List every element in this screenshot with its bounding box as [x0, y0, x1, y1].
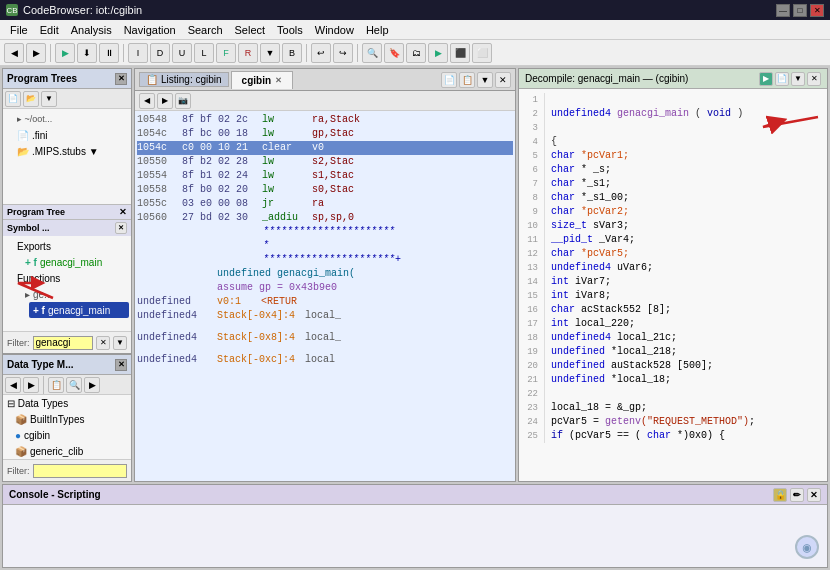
dc-line-11: 11 __pid_t _Var4; — [523, 233, 823, 247]
decompile-tb3[interactable]: ▼ — [791, 72, 805, 86]
pt-tb-btn3[interactable]: ▼ — [41, 91, 57, 107]
dc-line-1: 1 — [523, 93, 823, 107]
code-line-ret: undefined v0:1 <RETUR — [137, 295, 513, 309]
console-close[interactable]: ✕ — [807, 488, 821, 502]
tb-run2[interactable]: ▶ — [428, 43, 448, 63]
tree-item-mips-stubs[interactable]: 📂 .MIPS.stubs ▼ — [13, 143, 129, 159]
tb-nav[interactable]: 🗂 — [406, 43, 426, 63]
data-type-panel: Data Type M... ✕ ◀ ▶ 📋 🔍 ▶ ⊟ Data Types … — [3, 353, 131, 481]
listing-tab-cgibin[interactable]: cgibin ✕ — [231, 71, 293, 89]
symbol-close[interactable]: ✕ — [115, 222, 127, 234]
dc-line-24: 24 pcVar5 = getenv("REQUEST_METHOD"); — [523, 415, 823, 429]
menu-search[interactable]: Search — [182, 22, 229, 38]
filter-input[interactable] — [33, 336, 94, 350]
dt-data-types[interactable]: ⊟ Data Types — [3, 395, 131, 411]
listing-tab-close[interactable]: ✕ — [275, 76, 282, 85]
minimize-button[interactable]: — — [776, 4, 790, 17]
tb-bookmark[interactable]: 🔖 — [384, 43, 404, 63]
menu-tools[interactable]: Tools — [271, 22, 309, 38]
tb-d[interactable]: D — [150, 43, 170, 63]
dt-filter-input[interactable] — [33, 464, 128, 478]
pause-button[interactable]: ⏸ — [99, 43, 119, 63]
minus-icon: ▸ — [25, 289, 30, 300]
menu-window[interactable]: Window — [309, 22, 360, 38]
tb-f[interactable]: F — [216, 43, 236, 63]
console-edit[interactable]: ✏ — [790, 488, 804, 502]
tree-item-fini[interactable]: 📄 .fini — [13, 127, 129, 143]
close-button[interactable]: ✕ — [810, 4, 824, 17]
program-trees-close[interactable]: ✕ — [115, 73, 127, 85]
run-button[interactable]: ▶ — [55, 43, 75, 63]
data-type-header: Data Type M... ✕ — [3, 355, 131, 375]
tree-genacgi-main[interactable]: + f genacgi_main — [29, 302, 129, 318]
program-tree-section: Program Tree ✕ — [3, 204, 131, 219]
listing-tb-3[interactable]: ▼ — [477, 72, 493, 88]
tree-genacgi-export[interactable]: + f genacgi_main — [21, 254, 129, 270]
forward-button[interactable]: ▶ — [26, 43, 46, 63]
menu-analysis[interactable]: Analysis — [65, 22, 118, 38]
tb-l[interactable]: L — [194, 43, 214, 63]
tb-r[interactable]: R — [238, 43, 258, 63]
step-button[interactable]: ⬇ — [77, 43, 97, 63]
menu-navigation[interactable]: Navigation — [118, 22, 182, 38]
listing-tb-2[interactable]: 📋 — [459, 72, 475, 88]
code-line: 10558 8f b0 02 20 lw s0,Stac — [137, 183, 513, 197]
back-button[interactable]: ◀ — [4, 43, 24, 63]
tb-search[interactable]: 🔍 — [362, 43, 382, 63]
listing-tb-1[interactable]: 📄 — [441, 72, 457, 88]
tb-layout[interactable]: ⬜ — [472, 43, 492, 63]
decompile-tb1[interactable]: ▶ — [759, 72, 773, 86]
tb-rv[interactable]: ▼ — [260, 43, 280, 63]
tree-item-root[interactable]: ▸ ~/oot... — [13, 111, 129, 127]
dc-line-2: 2 undefined4 genacgi_main ( void ) — [523, 107, 823, 121]
dt-btn3[interactable]: 📋 — [48, 377, 64, 393]
filter-options[interactable]: ▼ — [113, 336, 127, 350]
listing-panel: 📋 Listing: cgibin cgibin ✕ 📄 📋 ▼ ✕ ◀ ▶ 📷… — [134, 68, 516, 482]
title-bar: CB CodeBrowser: iot:/cgibin — □ ✕ — [0, 0, 830, 20]
tree-exports[interactable]: Exports — [13, 238, 129, 254]
filter-clear[interactable]: ✕ — [96, 336, 110, 350]
dt-cgibin[interactable]: ● cgibin — [11, 427, 131, 443]
dc-line-8: 8 char *_s1_00; — [523, 191, 823, 205]
pt-tb-btn1[interactable]: 📄 — [5, 91, 21, 107]
tb-i[interactable]: I — [128, 43, 148, 63]
dt-btn5[interactable]: ▶ — [84, 377, 100, 393]
tb-b[interactable]: B — [282, 43, 302, 63]
code-assume: assume gp = 0x43b9e0 — [137, 281, 513, 295]
lt-btn2[interactable]: ▶ — [157, 93, 173, 109]
tree-functions[interactable]: Functions — [13, 270, 129, 286]
dc-line-19: 19 undefined *local_218; — [523, 345, 823, 359]
menu-help[interactable]: Help — [360, 22, 395, 38]
dt-btn1[interactable]: ◀ — [5, 377, 21, 393]
lt-snapshot[interactable]: 📷 — [175, 93, 191, 109]
tree-ge-folder[interactable]: ▸ ge... — [21, 286, 129, 302]
tb-undo[interactable]: ↩ — [311, 43, 331, 63]
dc-line-3: 3 — [523, 121, 823, 135]
decompile-close[interactable]: ✕ — [807, 72, 821, 86]
tb-redo[interactable]: ↪ — [333, 43, 353, 63]
listing-close[interactable]: ✕ — [495, 72, 511, 88]
app-icon: CB — [6, 4, 18, 16]
dt-generic[interactable]: 📦 generic_clib — [11, 443, 131, 459]
console-content[interactable]: ◉ — [3, 505, 827, 567]
dc-line-15: 15 int iVar8; — [523, 289, 823, 303]
dc-line-13: 13 undefined4 uVar6; — [523, 261, 823, 275]
dt-btn2[interactable]: ▶ — [23, 377, 39, 393]
lt-btn1[interactable]: ◀ — [139, 93, 155, 109]
code-line-selected: 1054c c0 00 10 21 clear v0 — [137, 141, 513, 155]
tb-debug[interactable]: ⬛ — [450, 43, 470, 63]
data-type-close[interactable]: ✕ — [115, 359, 127, 371]
console-lock[interactable]: 🔒 — [773, 488, 787, 502]
tb-u[interactable]: U — [172, 43, 192, 63]
menu-select[interactable]: Select — [229, 22, 272, 38]
dt-builtin[interactable]: 📦 BuiltInTypes — [11, 411, 131, 427]
listing-code-area[interactable]: 10548 8f bf 02 2c lw ra,Stack 1054c 8f b… — [135, 111, 515, 481]
menu-file[interactable]: File — [4, 22, 34, 38]
dt-btn4[interactable]: 🔍 — [66, 377, 82, 393]
pt-tb-btn2[interactable]: 📂 — [23, 91, 39, 107]
decompile-code-area[interactable]: 1 2 undefined4 genacgi_main ( void ) 3 — [519, 89, 827, 481]
maximize-button[interactable]: □ — [793, 4, 807, 17]
menu-edit[interactable]: Edit — [34, 22, 65, 38]
decompile-tb2[interactable]: 📄 — [775, 72, 789, 86]
program-tree-close-btn[interactable]: ✕ — [119, 207, 127, 217]
